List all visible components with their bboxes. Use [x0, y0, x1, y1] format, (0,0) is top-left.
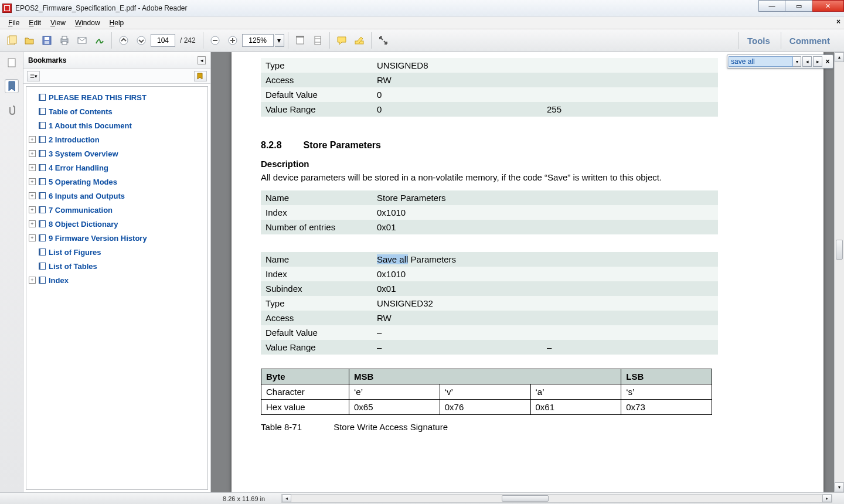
thumbnails-icon[interactable]: [5, 56, 19, 70]
expand-toggle-icon[interactable]: +: [29, 206, 36, 213]
comment-bubble-icon[interactable]: [333, 32, 350, 49]
cell-value: UNSIGNED8: [372, 58, 542, 73]
bookmark-item[interactable]: List of Figures: [29, 245, 205, 259]
bookmark-label[interactable]: Table of Contents: [49, 107, 113, 116]
menu-view[interactable]: View: [46, 18, 70, 28]
bookmark-item[interactable]: +2 Introduction: [29, 132, 205, 147]
highlight-icon[interactable]: [351, 32, 367, 49]
cell-label: Index: [261, 205, 372, 220]
tools-link[interactable]: Tools: [738, 32, 778, 49]
collapse-panel-icon[interactable]: ◂: [198, 56, 206, 64]
bookmark-item[interactable]: 1 About this Document: [29, 118, 205, 132]
scroll-thumb[interactable]: [836, 240, 843, 260]
zoom-level[interactable]: 125%: [242, 34, 274, 47]
bookmark-item[interactable]: List of Tables: [29, 259, 205, 273]
maximize-button[interactable]: ▭: [785, 0, 812, 12]
bookmark-item[interactable]: Table of Contents: [29, 104, 205, 118]
find-prev-icon[interactable]: ◂: [802, 56, 812, 67]
expand-toggle-icon[interactable]: +: [29, 192, 36, 199]
bookmark-icon: [38, 164, 46, 172]
bookmark-item[interactable]: +Index: [29, 273, 205, 287]
open-icon[interactable]: [21, 32, 38, 49]
cell-label: Value Range: [261, 102, 372, 117]
bookmark-item[interactable]: +4 Error Handling: [29, 161, 205, 175]
bookmark-label[interactable]: 8 Object Dictionary: [49, 220, 118, 229]
bookmark-label[interactable]: 7 Communication: [49, 206, 113, 214]
hscroll-thumb[interactable]: [502, 495, 549, 502]
main-toolbar: / 242 125%▾ Tools Comment: [0, 29, 844, 52]
menu-help[interactable]: Help: [105, 18, 129, 28]
bookmark-label[interactable]: 9 Firmware Version History: [49, 234, 147, 243]
expand-toggle-icon[interactable]: +: [29, 178, 36, 185]
vertical-scrollbar[interactable]: ▴ ▾: [834, 52, 844, 492]
email-icon[interactable]: [74, 32, 90, 49]
zoom-out-icon[interactable]: [207, 32, 223, 49]
bookmark-label[interactable]: 6 Inputs and Outputs: [49, 192, 125, 200]
menu-file[interactable]: File: [4, 18, 24, 28]
document-viewport[interactable]: TypeUNSIGNED8AccessRWDefault Value0Value…: [211, 52, 844, 492]
comment-link[interactable]: Comment: [781, 32, 838, 49]
bookmark-label[interactable]: 3 System Overview: [49, 149, 118, 158]
toolbar-divider: [203, 32, 203, 49]
read-mode-icon[interactable]: [375, 32, 392, 49]
expand-toggle-icon[interactable]: +: [29, 150, 36, 157]
bookmark-label[interactable]: 4 Error Handling: [49, 164, 108, 172]
sign-icon[interactable]: [91, 32, 108, 49]
cell-label: Access: [261, 73, 372, 87]
bookmark-label[interactable]: Index: [49, 276, 69, 285]
hscroll-right-icon[interactable]: ▸: [822, 495, 832, 502]
find-next-icon[interactable]: ▸: [813, 56, 822, 67]
find-options-icon[interactable]: ▾: [793, 56, 801, 67]
page-number-input[interactable]: [151, 34, 175, 47]
close-button[interactable]: ✕: [812, 0, 844, 12]
bookmark-item[interactable]: +5 Operating Modes: [29, 175, 205, 189]
cell-label: Access: [261, 311, 372, 325]
scroll-down-icon[interactable]: ▾: [835, 482, 844, 492]
expand-toggle-icon[interactable]: +: [29, 164, 36, 171]
fit-width-icon[interactable]: [292, 32, 308, 49]
cell-value: [542, 73, 718, 87]
zoom-dropdown-icon[interactable]: ▾: [275, 34, 284, 47]
expand-toggle-icon[interactable]: +: [29, 234, 36, 241]
bookmark-item[interactable]: +3 System Overview: [29, 147, 205, 161]
menu-close-doc[interactable]: ×: [836, 18, 840, 26]
bookmark-item[interactable]: +6 Inputs and Outputs: [29, 189, 205, 203]
minimize-button[interactable]: —: [758, 0, 785, 12]
bm-options-icon[interactable]: ☰▾: [27, 71, 40, 81]
cell-label: Value Range: [261, 340, 372, 355]
zoom-in-icon[interactable]: [224, 32, 241, 49]
bookmark-label[interactable]: List of Figures: [49, 248, 101, 257]
cell-value: 255: [542, 102, 718, 117]
scroll-up-icon[interactable]: ▴: [835, 52, 844, 62]
page-up-icon[interactable]: [115, 32, 132, 49]
svg-rect-17: [296, 36, 304, 38]
bookmark-item[interactable]: PLEASE READ THIS FIRST: [29, 90, 205, 104]
hscroll-left-icon[interactable]: ◂: [282, 495, 291, 502]
bookmark-label[interactable]: 2 Introduction: [49, 135, 100, 144]
find-input[interactable]: [729, 56, 793, 67]
bookmarks-icon[interactable]: [5, 79, 19, 93]
bookmark-label[interactable]: List of Tables: [49, 262, 97, 271]
find-close-icon[interactable]: ×: [823, 57, 832, 66]
export-pdf-icon[interactable]: [4, 32, 20, 49]
expand-toggle-icon[interactable]: +: [29, 220, 36, 227]
fit-page-icon[interactable]: [309, 32, 326, 49]
print-icon[interactable]: [56, 32, 73, 49]
attachments-icon[interactable]: [5, 103, 19, 117]
bookmark-label[interactable]: 1 About this Document: [49, 121, 132, 130]
expand-toggle-icon[interactable]: +: [29, 277, 36, 284]
bookmark-item[interactable]: +8 Object Dictionary: [29, 217, 205, 231]
bookmark-label[interactable]: 5 Operating Modes: [49, 178, 117, 186]
menu-edit[interactable]: Edit: [24, 18, 46, 28]
bm-new-icon[interactable]: [194, 71, 207, 81]
save-icon[interactable]: [39, 32, 55, 49]
page-down-icon[interactable]: [133, 32, 149, 49]
bookmarks-tree[interactable]: PLEASE READ THIS FIRSTTable of Contents1…: [26, 86, 208, 490]
bookmark-label[interactable]: PLEASE READ THIS FIRST: [49, 93, 147, 102]
menu-window[interactable]: Window: [70, 18, 105, 28]
bookmark-item[interactable]: +9 Firmware Version History: [29, 231, 205, 245]
expand-toggle-icon[interactable]: +: [29, 136, 36, 143]
bookmark-item[interactable]: +7 Communication: [29, 203, 205, 217]
horizontal-scrollbar[interactable]: ◂ ▸: [281, 494, 832, 503]
th-lsb: LSB: [621, 369, 712, 384]
